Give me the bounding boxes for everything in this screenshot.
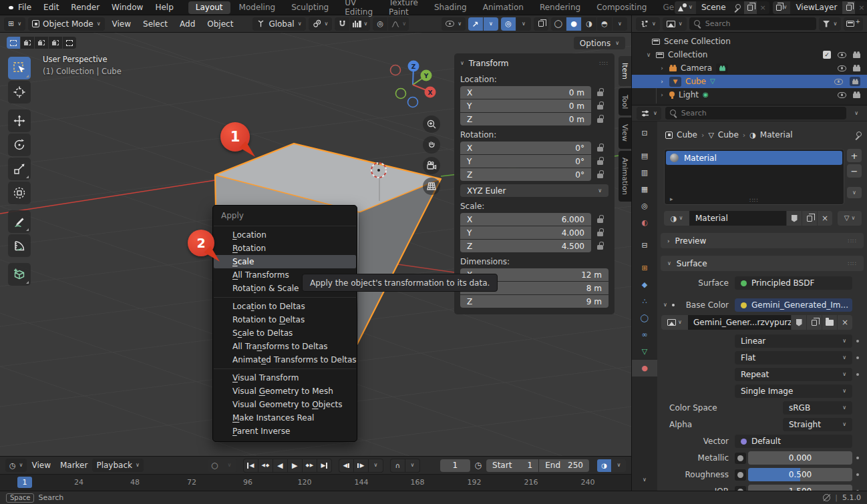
stopwatch-icon[interactable]: ◷ <box>475 461 482 469</box>
current-frame-indicator[interactable]: 1 <box>17 477 32 488</box>
decorator-dot[interactable] <box>856 473 859 476</box>
material-slot-active[interactable]: Material <box>666 151 842 165</box>
lock-icon[interactable] <box>597 245 603 250</box>
play-reverse-button[interactable]: ◀ <box>273 459 287 472</box>
lock-icon[interactable] <box>597 105 603 109</box>
workspace-tab-compositing[interactable]: Compositing <box>589 1 654 14</box>
dimensions-z-field[interactable]: Z9 m <box>460 295 609 308</box>
scene-unlink-button[interactable]: × <box>757 1 769 14</box>
image-copy-button[interactable] <box>807 315 822 330</box>
transform-orientation-selector[interactable]: Global ∨ <box>252 17 305 31</box>
menu-render[interactable]: Render <box>65 0 106 15</box>
playback-sync-button[interactable]: ◑ <box>597 459 611 472</box>
disclosure-closed-icon[interactable]: › <box>659 78 665 85</box>
workspace-tab-modeling[interactable]: Modeling <box>232 1 283 14</box>
decorator-dot[interactable] <box>856 356 859 359</box>
select-intersect-button[interactable] <box>63 37 76 49</box>
tab-world[interactable]: ◐ <box>632 214 657 231</box>
shading-dropdown[interactable]: ∨ <box>613 17 627 31</box>
menu-item-visual-geometry-to-mesh[interactable]: Visual Geometry to Mesh <box>213 385 357 398</box>
menu-edit[interactable]: Edit <box>37 0 65 15</box>
tab-tool[interactable]: Tool <box>619 88 631 115</box>
list-filter-toggle-icon[interactable]: ▸ <box>670 196 673 202</box>
gizmo-dropdown[interactable]: ∨ <box>484 17 498 31</box>
next-frame-button[interactable]: ▶ <box>354 459 368 472</box>
outliner-row-scene-collection[interactable]: Scene Collection <box>632 35 867 48</box>
timeline-menu-marker[interactable]: Marker <box>55 461 92 470</box>
tab-material[interactable]: ● <box>632 360 657 376</box>
workspace-tab-texture-paint[interactable]: Texture Paint <box>381 1 425 14</box>
location-y-field[interactable]: Y0 m <box>460 99 591 112</box>
breadcrumb-data[interactable]: Cube <box>718 130 739 140</box>
view-object-types-button[interactable]: ∨ <box>442 17 466 31</box>
start-frame-field[interactable]: Start1 <box>486 459 538 472</box>
show-gizmo-toggle[interactable] <box>468 17 483 31</box>
base-color-texture-button[interactable]: Gemini_Generated_Im... <box>735 298 852 312</box>
lock-icon[interactable] <box>597 232 603 236</box>
preview-panel-header[interactable]: › Preview ∷∷ <box>661 233 864 248</box>
interpolation-dropdown[interactable]: Linear∨ <box>735 334 852 348</box>
tab-collection[interactable]: ⊟ <box>632 237 657 254</box>
unlink-material-button[interactable]: × <box>818 211 832 226</box>
tabs-overflow-chevron[interactable]: ∨ <box>632 471 657 488</box>
workspace-tab-uv-editing[interactable]: UV Editing <box>337 1 380 14</box>
decorator-dot[interactable] <box>856 373 859 376</box>
timeline-menu-view[interactable]: View <box>27 461 55 470</box>
zoom-button[interactable] <box>423 115 440 133</box>
disclosure-open-icon[interactable]: ∨ <box>645 51 652 58</box>
tool-cursor[interactable] <box>8 81 31 103</box>
disclosure-closed-icon[interactable]: › <box>659 91 665 98</box>
tab-particles[interactable]: ∴ <box>632 293 657 310</box>
snap-toggle-button[interactable] <box>335 17 349 31</box>
tab-item[interactable]: Item <box>619 56 631 86</box>
tab-view[interactable]: View <box>619 117 631 148</box>
drag-grip-icon[interactable]: ∷∷ <box>600 60 609 67</box>
image-name-field[interactable]: Gemini_Gener...rzvypurz.png <box>688 315 791 330</box>
tab-view-layer[interactable]: ▦ <box>632 181 657 198</box>
location-z-field[interactable]: Z0 m <box>460 113 591 125</box>
gizmo-x-negative[interactable] <box>391 65 401 75</box>
tab-constraints[interactable]: ∞ <box>632 326 657 343</box>
lock-icon[interactable] <box>597 147 603 152</box>
color-space-dropdown[interactable]: sRGB∨ <box>783 401 852 415</box>
rotation-y-field[interactable]: Y0° <box>460 155 591 168</box>
outliner-display-mode-button[interactable]: ∨ <box>663 17 687 31</box>
lock-icon[interactable] <box>597 174 603 178</box>
snap-target-selector[interactable]: ∨ <box>350 17 370 31</box>
lock-icon[interactable] <box>597 160 603 165</box>
network-offline-icon[interactable] <box>823 494 830 501</box>
rotation-z-field[interactable]: Z0° <box>460 168 591 181</box>
prev-frame-button[interactable]: ◀ <box>339 459 353 472</box>
menu-item-parent-inverse[interactable]: Parent Inverse <box>213 425 357 438</box>
menu-item-animated-transforms-to-deltas[interactable]: Animated Transforms to Deltas <box>213 353 357 366</box>
tool-add-cube[interactable] <box>8 263 31 286</box>
pin-id-button[interactable] <box>855 132 862 139</box>
menu-add[interactable]: Add <box>175 19 200 29</box>
browse-material-button[interactable]: ◑ ∨ <box>664 211 689 226</box>
workspace-tab-sculpting[interactable]: Sculpting <box>284 1 336 14</box>
panel-collapse-icon[interactable]: ∨ <box>460 61 464 66</box>
tool-measure[interactable] <box>8 234 31 257</box>
source-dropdown[interactable]: Single Image∨ <box>735 385 852 398</box>
new-collection-button[interactable]: + <box>844 17 863 31</box>
properties-search-input[interactable] <box>681 109 842 117</box>
add-slot-button[interactable]: + <box>847 149 862 162</box>
scale-z-field[interactable]: Z4.500 <box>460 240 591 252</box>
mode-selector[interactable]: Object Mode ∨ <box>28 17 104 31</box>
next-keyframe-button[interactable]: ◆▶ <box>303 459 317 472</box>
menu-item-rotation-to-deltas[interactable]: Rotation to Deltas <box>213 313 357 326</box>
chevron-down-icon[interactable]: ∨ <box>850 111 862 116</box>
tab-object-data[interactable]: ▽ <box>632 343 657 360</box>
image-fake-user-button[interactable] <box>792 315 806 330</box>
scene-browse-button[interactable]: ∨ <box>675 1 696 14</box>
surface-panel-header[interactable]: ∨ Surface ∷∷ <box>661 256 864 271</box>
menu-select[interactable]: Select <box>138 19 172 29</box>
collection-checkbox[interactable]: ✓ <box>823 51 831 59</box>
rotation-mode-dropdown[interactable]: XYZ Euler∨ <box>460 184 609 197</box>
play-button[interactable]: ▶ <box>288 459 302 472</box>
remove-slot-button[interactable]: − <box>847 164 862 178</box>
outliner-search-input[interactable] <box>705 19 812 28</box>
menu-item-visual-geometry-to-objects[interactable]: Visual Geometry to Objects <box>213 398 357 411</box>
material-name-field[interactable]: Material <box>689 211 786 226</box>
workspace-tab-animation[interactable]: Animation <box>476 1 531 14</box>
